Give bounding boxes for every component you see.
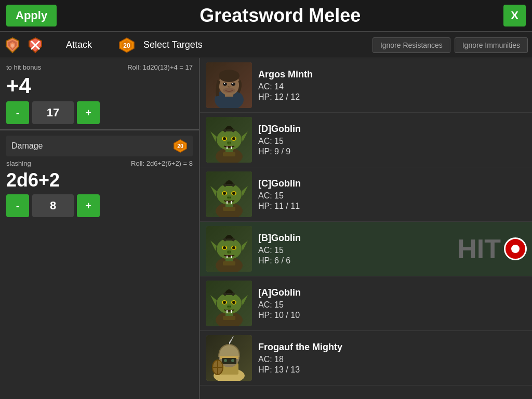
damage-roll-label: Roll: 2d6+2(6+2) = 8 [131, 159, 193, 167]
attack-label: Attack [48, 39, 110, 50]
target-name: [C]Goblin [258, 178, 526, 189]
svg-point-78 [230, 306, 231, 308]
target-portrait [206, 62, 252, 108]
record-button-inner [511, 245, 520, 253]
svg-point-45 [232, 192, 235, 195]
svg-point-62 [228, 251, 229, 253]
target-row[interactable]: [D]GoblinAC: 15HP: 9 / 9 [200, 113, 532, 167]
damage-section: Damage 20 slashing Roll: 2d6+2(6+2) = 8 … [0, 130, 199, 222]
svg-point-63 [230, 251, 231, 253]
target-row[interactable]: [C]GoblinAC: 15HP: 11 / 11 [200, 167, 532, 222]
svg-point-30 [232, 137, 235, 140]
svg-point-29 [223, 137, 226, 140]
svg-point-77 [228, 306, 229, 308]
target-info: Frogauf the MightyAC: 18HP: 13 / 13 [258, 342, 526, 375]
shield-up-icon [4, 37, 21, 54]
target-hp: HP: 9 / 9 [258, 147, 526, 156]
target-portrait [206, 117, 252, 163]
damage-header: Damage 20 [6, 136, 193, 156]
svg-point-16 [219, 70, 240, 82]
target-portrait [206, 281, 252, 326]
damage-plus-button[interactable]: + [77, 194, 100, 217]
target-name: Argos Minth [258, 69, 526, 80]
damage-label: Damage [11, 141, 43, 151]
svg-point-47 [228, 197, 229, 198]
target-portrait [206, 171, 252, 217]
target-info: [C]GoblinAC: 15HP: 11 / 11 [258, 178, 526, 211]
attack-row: Attack 20 Select Targets Ignore Resistan… [0, 32, 532, 58]
damage-minus-button[interactable]: - [6, 194, 29, 217]
header: Apply Greatsword Melee X [0, 0, 532, 32]
svg-marker-56 [242, 241, 248, 251]
svg-point-60 [232, 246, 235, 249]
svg-point-20 [232, 83, 233, 84]
damage-stepper: - 8 + [6, 194, 193, 217]
target-portrait [206, 226, 252, 272]
svg-point-32 [228, 142, 229, 144]
target-portrait [206, 335, 252, 381]
target-row[interactable]: [A]GoblinAC: 15HP: 10 / 10 [200, 276, 532, 331]
ignore-immunities-button[interactable]: Ignore Immunities [455, 37, 528, 53]
svg-point-74 [223, 301, 226, 304]
svg-point-89 [231, 359, 234, 362]
target-name: [D]Goblin [258, 124, 526, 135]
svg-text:20: 20 [123, 42, 130, 49]
svg-marker-71 [242, 295, 248, 305]
svg-text:20: 20 [177, 143, 183, 149]
shield-attack-icon [27, 37, 44, 54]
svg-marker-70 [210, 295, 217, 305]
target-name: Frogauf the Mighty [258, 342, 526, 353]
svg-point-48 [230, 197, 231, 198]
damage-formula: 2d6+2 [6, 169, 193, 191]
target-row[interactable]: [B]GoblinAC: 15HP: 6 / 6HIT [200, 222, 532, 276]
target-hp: HP: 11 / 11 [258, 202, 526, 211]
d20-icon-attack: 20 [118, 37, 135, 54]
attack-section: to hit bonus Roll: 1d20(13)+4 = 17 +4 - … [0, 58, 199, 130]
attack-minus-button[interactable]: - [6, 101, 29, 124]
svg-point-75 [232, 301, 235, 304]
svg-rect-66 [223, 261, 235, 265]
svg-point-88 [224, 359, 227, 362]
left-panel: to hit bonus Roll: 1d20(13)+4 = 17 +4 - … [0, 58, 200, 399]
roll-label: Roll: 1d20(13)+4 = 17 [127, 63, 193, 71]
svg-rect-51 [223, 207, 235, 211]
target-ac: AC: 15 [258, 137, 526, 146]
target-hp: HP: 13 / 13 [258, 365, 526, 375]
svg-marker-25 [210, 131, 217, 142]
damage-roll-value: 8 [32, 194, 74, 217]
svg-rect-36 [223, 152, 235, 156]
attack-stepper: - 17 + [6, 101, 193, 124]
target-info: [D]GoblinAC: 15HP: 9 / 9 [258, 124, 526, 156]
target-row[interactable]: Argos MinthAC: 14HP: 12 / 12 [200, 58, 532, 113]
attack-roll-value: 17 [32, 101, 74, 124]
attack-plus-button[interactable]: + [77, 101, 100, 124]
svg-marker-40 [210, 186, 217, 196]
svg-point-44 [223, 192, 226, 195]
svg-point-33 [230, 142, 231, 144]
record-button[interactable] [504, 237, 527, 260]
apply-button[interactable]: Apply [6, 5, 57, 26]
target-ac: AC: 18 [258, 355, 526, 364]
target-row[interactable]: Frogauf the MightyAC: 18HP: 13 / 13 [200, 331, 532, 385]
to-hit-bonus-value: +4 [6, 73, 193, 98]
to-hit-bonus-label: to hit bonus [6, 63, 41, 71]
main-content: to hit bonus Roll: 1d20(13)+4 = 17 +4 - … [0, 58, 532, 399]
ignore-resistances-button[interactable]: Ignore Resistances [373, 37, 450, 53]
close-button[interactable]: X [503, 5, 526, 26]
target-ac: AC: 14 [258, 82, 526, 91]
target-ac: AC: 15 [258, 191, 526, 201]
target-list: Argos MinthAC: 14HP: 12 / 12 [200, 58, 532, 399]
slashing-label: slashing [6, 159, 31, 167]
select-targets-label: Select Targets [143, 39, 203, 50]
svg-point-21 [223, 88, 235, 93]
svg-marker-26 [242, 131, 248, 142]
svg-point-17 [223, 83, 227, 86]
d20-icon-damage: 20 [173, 139, 188, 153]
target-name: [A]Goblin [258, 287, 526, 298]
target-info: Argos MinthAC: 14HP: 12 / 12 [258, 69, 526, 102]
svg-point-19 [224, 83, 225, 84]
hit-text: HIT [457, 233, 501, 264]
svg-marker-41 [242, 186, 248, 196]
target-hp: HP: 12 / 12 [258, 92, 526, 102]
page-title: Greatsword Melee [57, 5, 503, 26]
